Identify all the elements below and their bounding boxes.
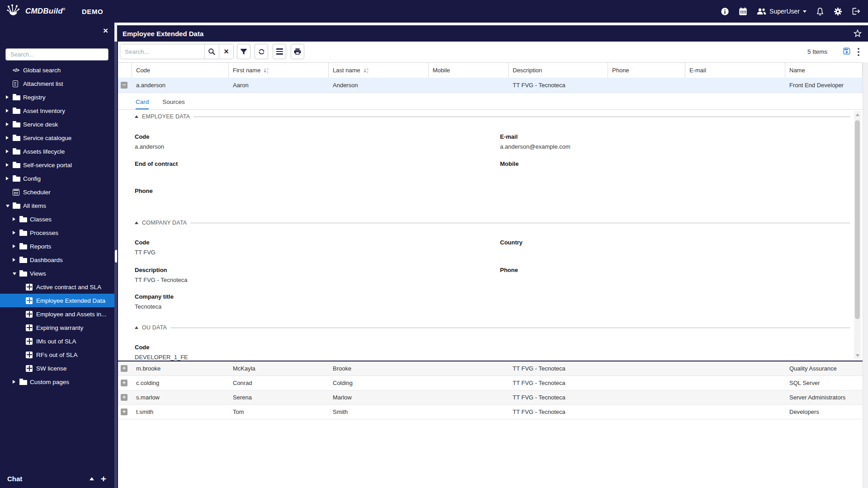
- user-menu[interactable]: SuperUser: [757, 8, 807, 15]
- expand-row-button[interactable]: +: [121, 365, 127, 372]
- table-row[interactable]: + t.smith Tom Smith TT FVG - Tecnoteca D…: [118, 405, 863, 419]
- sidebar: × </>Global search Attachment list Regis…: [0, 23, 114, 488]
- user-name: SuperUser: [769, 8, 800, 15]
- sidebar-item-views[interactable]: Views: [0, 267, 114, 280]
- scroll-up-icon[interactable]: [856, 113, 859, 116]
- grid-menu-button[interactable]: [273, 44, 286, 59]
- column-header-last-name[interactable]: Last name AZ: [329, 63, 429, 78]
- scrollbar-thumb[interactable]: [855, 120, 860, 319]
- sidebar-item-config[interactable]: Config: [0, 172, 114, 185]
- section-divider: [170, 328, 850, 328]
- sidebar-item-expiring-warranty[interactable]: Expiring warranty: [0, 321, 114, 334]
- field-employee-phone: Phone: [135, 188, 451, 204]
- sidebar-search-input[interactable]: [5, 48, 108, 61]
- column-header-first-name[interactable]: First name AZ: [229, 63, 329, 78]
- sidebar-item-dashboards[interactable]: Dashboards: [0, 253, 114, 267]
- sign-out-icon: [852, 7, 861, 16]
- info-button[interactable]: [721, 7, 729, 16]
- sidebar-item-classes[interactable]: Classes: [0, 212, 114, 226]
- sidebar-item-service-desk[interactable]: Service desk: [0, 117, 114, 131]
- column-header-email[interactable]: E-mail: [685, 63, 785, 78]
- sidebar-item-assets-lifecycle[interactable]: Assets lifecycle: [0, 145, 114, 158]
- section-header-ou-data[interactable]: OU DATA: [135, 324, 850, 331]
- column-header-description[interactable]: Description: [509, 63, 608, 78]
- content-scrollbar-track[interactable]: [863, 62, 868, 488]
- table-row[interactable]: − a.anderson Aaron Anderson TT FVG - Tec…: [118, 78, 863, 93]
- sidebar-item-ims-out-of-sla[interactable]: IMs out of SLA: [0, 334, 114, 348]
- sidebar-item-processes[interactable]: Processes: [0, 226, 114, 239]
- sidebar-item-scheduler[interactable]: Scheduler: [0, 185, 114, 199]
- sort-icon: AZ: [363, 67, 369, 74]
- calendar-icon: [13, 189, 19, 196]
- filter-button[interactable]: [237, 44, 250, 59]
- grid-search-input[interactable]: [120, 44, 204, 59]
- sidebar-item-global-search[interactable]: </>Global search: [0, 63, 114, 77]
- caret-right-icon: [6, 177, 9, 180]
- column-header-phone[interactable]: Phone: [608, 63, 685, 78]
- folder-icon: [13, 109, 20, 114]
- settings-button[interactable]: [834, 7, 842, 16]
- tab-sources[interactable]: Sources: [162, 99, 185, 109]
- navigation-tree: </>Global search Attachment list Registr…: [0, 63, 114, 389]
- view-grid-icon: [26, 284, 33, 291]
- chat-collapse-icon[interactable]: [90, 477, 94, 480]
- view-title-bar: Employee Extended Data: [118, 25, 868, 42]
- sidebar-item-employee-extended-data[interactable]: Employee Extended Data: [0, 294, 114, 307]
- sidebar-item-active-contract-and-sla[interactable]: Active contract and SLA: [0, 280, 114, 294]
- notifications-button[interactable]: [816, 7, 824, 16]
- info-icon: [721, 7, 729, 16]
- svg-text:Z: Z: [267, 71, 269, 74]
- sidebar-item-attachment-list[interactable]: Attachment list: [0, 77, 114, 90]
- clear-search-button[interactable]: ×: [219, 44, 233, 59]
- printer-icon: [293, 47, 302, 56]
- table-row[interactable]: + m.brooke McKayla Brooke TT FVG - Tecno…: [118, 361, 863, 376]
- app-title: CMDBuild®: [25, 7, 66, 16]
- column-header-name[interactable]: Name: [785, 63, 863, 78]
- sidebar-close-button[interactable]: ×: [103, 26, 108, 35]
- folder-icon: [13, 150, 20, 155]
- scroll-down-icon[interactable]: [856, 354, 859, 357]
- chat-add-button[interactable]: +: [101, 474, 106, 483]
- field-employee-email: E-mail a.anderson@example.com: [500, 133, 816, 150]
- sidebar-item-employee-and-assets[interactable]: Employee and Assets in...: [0, 307, 114, 321]
- tab-card[interactable]: Card: [136, 99, 149, 109]
- sidebar-item-service-catalogue[interactable]: Service catalogue: [0, 131, 114, 145]
- sidebar-item-reports[interactable]: Reports: [0, 239, 114, 253]
- section-collapse-icon[interactable]: [135, 115, 138, 118]
- view-grid-icon: [26, 297, 33, 304]
- section-header-employee-data[interactable]: EMPLOYEE DATA: [135, 113, 850, 120]
- items-count: 5 Items: [807, 48, 827, 55]
- logout-button[interactable]: [852, 7, 861, 16]
- expand-row-button[interactable]: +: [121, 408, 127, 415]
- search-button[interactable]: [204, 44, 219, 59]
- print-button[interactable]: [291, 44, 304, 59]
- sidebar-item-all-items[interactable]: All items: [0, 199, 114, 212]
- detail-tabs: Card Sources: [118, 93, 863, 110]
- sidebar-item-self-service-portal[interactable]: Self-service portal: [0, 158, 114, 172]
- section-header-company-data[interactable]: COMPANY DATA: [135, 220, 850, 226]
- calendar-button[interactable]: [739, 7, 747, 16]
- sidebar-item-custom-pages[interactable]: Custom pages: [0, 375, 114, 389]
- table-row[interactable]: + s.marlow Serena Marlow TT FVG - Tecnot…: [118, 390, 863, 405]
- section-collapse-icon[interactable]: [135, 221, 138, 224]
- chevron-down-icon: [803, 10, 807, 13]
- row-detail-panel: Card Sources EMPLOYEE DATA Code a.anders…: [118, 93, 863, 361]
- column-header-code[interactable]: Code: [132, 63, 229, 78]
- column-header-mobile[interactable]: Mobile: [429, 63, 509, 78]
- sidebar-item-registry[interactable]: Registry: [0, 90, 114, 104]
- section-collapse-icon[interactable]: [135, 326, 138, 329]
- field-employee-code: Code a.anderson: [135, 133, 451, 150]
- sidebar-item-asset-inventory[interactable]: Asset Inventory: [0, 104, 114, 117]
- card-scrollbar[interactable]: [854, 111, 861, 359]
- sidebar-item-sw-license[interactable]: SW license: [0, 361, 114, 375]
- expand-row-button[interactable]: +: [121, 380, 127, 386]
- table-row[interactable]: + c.colding Conrad Colding TT FVG - Tecn…: [118, 376, 863, 390]
- collapse-row-button[interactable]: −: [121, 82, 127, 89]
- more-options-button[interactable]: [858, 47, 859, 56]
- save-view-button[interactable]: [842, 47, 851, 57]
- refresh-button[interactable]: [255, 44, 268, 59]
- sidebar-item-rfs-out-of-sla[interactable]: RFs out of SLA: [0, 348, 114, 361]
- expand-row-button[interactable]: +: [121, 394, 127, 401]
- section-divider: [190, 223, 850, 223]
- favorite-star-button[interactable]: [853, 28, 863, 40]
